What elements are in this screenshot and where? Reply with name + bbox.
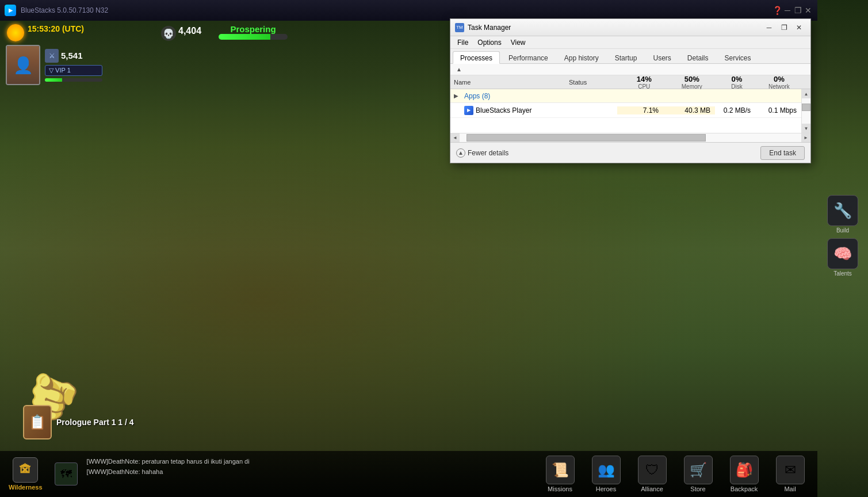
tm-menu-file[interactable]: File — [453, 37, 473, 48]
game-sun-icon — [7, 24, 24, 41]
tm-end-task-btn[interactable]: End task — [760, 146, 805, 160]
build-button[interactable]: 🔧 Build — [827, 195, 858, 234]
bs-close-btn[interactable]: ✕ — [804, 6, 813, 15]
tm-col-header-memory: 50% Memory — [667, 75, 717, 90]
xp-bar — [45, 78, 102, 82]
tm-titlebar: TM Task Manager ─ ❐ ✕ — [450, 19, 810, 36]
tm-bluestacks-cpu: 7.1% — [617, 106, 663, 114]
tm-hscroll-thumb[interactable] — [466, 134, 706, 142]
minimap-button[interactable]: 🗺 — [55, 462, 78, 485]
build-icon: 🔧 — [827, 195, 858, 226]
heroes-label: Heroes — [596, 485, 616, 492]
bs-help-btn[interactable]: ❓ — [773, 6, 782, 15]
wilderness-label: Wilderness — [9, 484, 43, 491]
chat-message-1: [WWW]DeathNote: peraturan tetap harus di… — [87, 457, 533, 467]
player-power-row: ⚔ 5,541 — [45, 49, 102, 63]
tm-bluestacks-name: BlueStacks Player — [476, 106, 560, 114]
vip-badge[interactable]: ▽ VIP 1 — [45, 65, 102, 76]
tm-hscrollbar[interactable]: ◄ ► — [450, 133, 810, 142]
mail-label: Mail — [784, 485, 796, 492]
tm-scroll-up-btn[interactable]: ▲ — [802, 89, 810, 98]
tm-menu-view[interactable]: View — [506, 37, 530, 48]
tm-fewer-details-btn[interactable]: ▲ Fewer details — [456, 148, 508, 158]
bluestacks-window-controls: ❓ ─ ❐ ✕ — [773, 6, 813, 15]
missions-icon: 📜 — [546, 456, 575, 484]
backpack-label: Backpack — [731, 485, 758, 492]
tm-col-header-status[interactable]: Status — [565, 79, 622, 86]
tm-content: ▲ Name Status 14% CPU 50% Memory 0% Disk… — [450, 64, 810, 142]
tm-col-header-name[interactable]: Name — [450, 79, 565, 86]
tm-col-header-cpu: 14% CPU — [622, 75, 667, 90]
avatar-face: 👤 — [7, 46, 39, 84]
bluestacks-logo: ▶ — [5, 5, 16, 16]
tm-apps-expand-icon[interactable]: ▶ — [450, 89, 462, 103]
status-progress-bar — [219, 34, 288, 40]
store-button[interactable]: 🛒 Store — [676, 456, 720, 492]
store-icon: 🛒 — [684, 456, 713, 484]
tab-users[interactable]: Users — [645, 51, 678, 63]
tm-apps-section-label[interactable]: Apps (8) — [462, 92, 617, 100]
tm-bluestacks-row[interactable]: ▶ BlueStacks Player 7.1% 40.3 MB 0.2 MB/… — [450, 103, 801, 118]
quest-icon: 📋 — [23, 405, 52, 439]
alliance-icon: 🛡 — [638, 456, 667, 484]
tab-performance[interactable]: Performance — [501, 51, 556, 63]
tm-cpu-percent: 14% — [625, 75, 663, 83]
xp-fill — [45, 78, 62, 82]
chat-message-2: [WWW]DeathNote: hahaha — [87, 467, 533, 477]
wilderness-button[interactable]: 🏚 Wilderness — [0, 454, 51, 494]
tm-scroll-thumb[interactable] — [802, 104, 810, 111]
player-power-value: 5,541 — [61, 51, 83, 60]
heroes-icon: 👥 — [592, 456, 621, 484]
backpack-icon: 🎒 — [730, 456, 759, 484]
store-label: Store — [690, 485, 705, 492]
tab-services[interactable]: Services — [717, 51, 759, 63]
backpack-button[interactable]: 🎒 Backpack — [722, 456, 766, 492]
game-status: Prospering — [230, 24, 276, 34]
tm-close-btn[interactable]: ✕ — [792, 22, 806, 33]
tm-col-header-disk: 0% Disk — [717, 75, 756, 90]
tm-sort-row: ▲ — [450, 64, 810, 75]
power-icon: ⚔ — [45, 49, 59, 63]
tm-footer: ▲ Fewer details End task — [450, 142, 810, 163]
tm-network-label: Network — [760, 83, 798, 90]
talents-label: Talents — [833, 270, 852, 277]
alliance-button[interactable]: 🛡 Alliance — [630, 456, 674, 492]
tm-minimize-btn[interactable]: ─ — [762, 22, 776, 33]
player-avatar[interactable]: 👤 — [6, 45, 40, 85]
tab-processes[interactable]: Processes — [453, 51, 500, 64]
wilderness-icon: 🏚 — [13, 457, 38, 483]
heroes-button[interactable]: 👥 Heroes — [584, 456, 628, 492]
tab-startup[interactable]: Startup — [607, 51, 645, 63]
tm-cpu-label: CPU — [625, 83, 663, 90]
mail-button[interactable]: ✉ Mail — [768, 456, 812, 492]
bluestacks-title: BlueStacks 5.0.50.7130 N32 — [21, 6, 773, 14]
tm-hscroll-right-btn[interactable]: ► — [801, 133, 810, 143]
tm-menubar: File Options View — [450, 36, 810, 49]
tm-scroll-down-btn[interactable]: ▼ — [802, 124, 810, 133]
tm-apps-section: ▶ Apps (8) — [450, 89, 801, 103]
tm-disk-label: Disk — [721, 83, 753, 90]
resource-amount: 4,404 — [178, 26, 201, 36]
player-stats: ⚔ 5,541 ▽ VIP 1 — [45, 49, 102, 82]
tm-sort-up[interactable]: ▲ — [453, 66, 465, 72]
bluestacks-titlebar: ▶ BlueStacks 5.0.50.7130 N32 ❓ ─ ❐ ✕ — [0, 0, 817, 21]
tab-app-history[interactable]: App history — [557, 51, 606, 63]
tm-hscroll-track[interactable] — [460, 133, 801, 142]
tm-restore-btn[interactable]: ❐ — [777, 22, 791, 33]
tm-fewer-icon: ▲ — [456, 148, 465, 158]
bottom-buttons: 📜 Missions 👥 Heroes 🛡 Alliance 🛒 Store 🎒… — [538, 456, 817, 492]
right-sidebar: 🔧 Build 🧠 Talents — [817, 21, 868, 451]
tm-vscrollbar[interactable]: ▲ ▼ — [801, 89, 810, 133]
tm-hscroll-left-btn[interactable]: ◄ — [450, 133, 460, 143]
tm-window-controls: ─ ❐ ✕ — [762, 22, 806, 33]
quest-indicator[interactable]: 📋 Prologue Part 1 1 / 4 — [23, 405, 134, 439]
bs-restore-btn[interactable]: ❐ — [793, 6, 802, 15]
tm-bluestacks-disk: 0.2 MB/s — [715, 106, 755, 114]
bs-minimize-btn[interactable]: ─ — [783, 6, 792, 15]
tab-details[interactable]: Details — [680, 51, 716, 63]
talents-button[interactable]: 🧠 Talents — [827, 238, 858, 277]
missions-button[interactable]: 📜 Missions — [538, 456, 582, 492]
game-time: 15:53:20 (UTC) — [28, 24, 84, 33]
tm-menu-options[interactable]: Options — [473, 37, 506, 48]
tm-scroll-track[interactable] — [802, 98, 810, 124]
